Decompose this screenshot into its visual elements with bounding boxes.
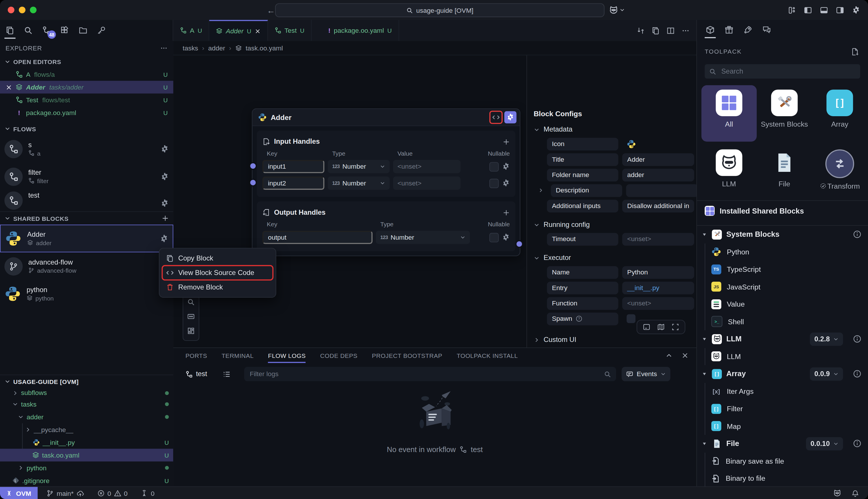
block-llm[interactable]: LLM	[697, 348, 868, 365]
extensions-activity-icon[interactable]	[60, 26, 69, 35]
project-root-header[interactable]: USAGE-GUIDE [OVM]	[0, 375, 173, 388]
group-system-blocks[interactable]: System Blocks	[697, 226, 868, 243]
timeout-value-field[interactable]: <unset>	[622, 233, 694, 245]
shared-blocks-header[interactable]: SHARED BLOCKS	[0, 211, 173, 224]
chevron-right-icon[interactable]	[538, 187, 544, 193]
open-editor-item[interactable]: A flows/a U	[0, 68, 173, 81]
info-icon[interactable]	[853, 370, 861, 378]
additional-inputs-select[interactable]: Disallow additional inp	[622, 199, 694, 212]
flow-item[interactable]: test	[0, 191, 173, 211]
maximize-window-button[interactable]	[30, 7, 37, 13]
filter-logs-input[interactable]	[244, 367, 616, 381]
copy-block-menu-item[interactable]: Copy Block	[162, 251, 273, 266]
array-version-select[interactable]: 0.0.9	[810, 367, 843, 380]
flow-item[interactable]: filter filter	[0, 162, 173, 190]
block-value[interactable]: Value	[697, 295, 868, 313]
shared-block-item-selected[interactable]: Adder adder	[0, 224, 173, 252]
file-version-select[interactable]: 0.0.10	[806, 437, 843, 450]
block-binary-to-file[interactable]: Binary to file	[697, 470, 868, 486]
rewards-gift-icon[interactable]	[724, 25, 734, 35]
open-editor-item[interactable]: Test flows/test U	[0, 94, 173, 106]
output-connection-handle[interactable]	[516, 240, 523, 248]
block-typescript[interactable]: TS TypeScript	[697, 260, 868, 278]
help-question-icon[interactable]	[576, 315, 582, 322]
executor-entry-field[interactable]: __init__.py	[622, 281, 694, 294]
node-settings-gear-button[interactable]	[504, 111, 516, 123]
toolpack-search[interactable]	[705, 64, 860, 78]
block-javascript[interactable]: JS JavaScript	[697, 278, 868, 295]
view-block-source-code-menu-item[interactable]: View Block Source Code	[162, 266, 273, 280]
tab-package[interactable]: ! package.oo.yaml U	[322, 20, 399, 41]
window-controls[interactable]	[0, 7, 41, 13]
close-icon[interactable]	[5, 84, 12, 90]
tab-adder-active[interactable]: Adder U	[209, 20, 268, 41]
add-input-handle-icon[interactable]	[503, 138, 510, 145]
group-file[interactable]: File 0.0.10	[697, 435, 868, 452]
problems-status[interactable]: 0 0	[97, 489, 128, 497]
handle-key-input[interactable]	[262, 231, 373, 244]
executor-function-field[interactable]: <unset>	[622, 297, 694, 309]
block-shell[interactable]: >_ Shell	[697, 313, 868, 330]
adder-node[interactable]: Adder Input Handles	[252, 108, 520, 256]
category-file[interactable]: File	[757, 145, 812, 188]
open-editor-item-active[interactable]: Adder tasks/adder U	[0, 81, 173, 94]
compare-changes-icon[interactable]	[637, 26, 645, 35]
more-actions-icon[interactable]	[681, 26, 690, 35]
handle-key-input[interactable]	[262, 177, 324, 190]
minimap-icon[interactable]	[657, 323, 665, 331]
info-icon[interactable]	[853, 335, 861, 343]
handle-settings-gear-icon[interactable]	[502, 179, 510, 187]
shared-block-item[interactable]: python python	[0, 280, 173, 307]
view-source-code-button[interactable]	[490, 111, 502, 123]
layout-grid-icon[interactable]	[187, 327, 195, 335]
new-toolpack-icon[interactable]	[851, 47, 859, 56]
block-python[interactable]: Python	[697, 243, 868, 260]
maximize-panel-icon[interactable]	[665, 352, 673, 359]
tree-item-gitignore[interactable]: .gitignore U	[0, 474, 173, 486]
llm-version-select[interactable]: 0.2.8	[810, 332, 843, 346]
tree-item-python[interactable]: python	[0, 461, 173, 474]
input2-connection-handle[interactable]	[249, 179, 257, 187]
close-window-button[interactable]	[8, 7, 14, 13]
flow-item[interactable]: s a	[0, 135, 173, 162]
block-settings-gear-icon[interactable]	[160, 234, 168, 243]
custom-ui-group[interactable]: Custom UI	[527, 333, 697, 346]
nullable-checkbox[interactable]	[490, 162, 499, 171]
shared-block-item[interactable]: advanced-flow advanced-flow	[0, 252, 173, 280]
zoom-search-icon[interactable]	[187, 298, 195, 306]
notifications-bell-icon[interactable]	[852, 489, 859, 497]
explorer-activity-icon[interactable]	[5, 26, 14, 35]
console-panel-icon[interactable]	[643, 323, 651, 331]
explorer-more-actions-icon[interactable]	[160, 44, 168, 52]
tab-terminal[interactable]: TERMINAL	[221, 348, 254, 363]
block-filter[interactable]: [ ] Filter	[697, 400, 868, 417]
tab-toolpack-install[interactable]: TOOLPACK INSTALL	[457, 348, 518, 363]
running-config-group[interactable]: Running config	[527, 218, 697, 231]
handle-key-input[interactable]	[262, 160, 324, 173]
block-iter-args[interactable]: [x] Iter Args	[697, 382, 868, 400]
handle-type-select[interactable]: 123Number	[328, 160, 390, 173]
category-array[interactable]: [ ] Array	[812, 85, 867, 129]
account-menu[interactable]	[609, 5, 625, 14]
source-control-activity-icon[interactable]: 48	[42, 26, 51, 35]
handle-type-select[interactable]: 123Number	[376, 231, 470, 244]
git-branch-status[interactable]: main*	[47, 489, 84, 497]
handle-settings-gear-icon[interactable]	[502, 162, 510, 170]
executor-name-field[interactable]: Python	[622, 266, 694, 279]
ports-status[interactable]: 0	[141, 489, 155, 497]
tab-flow-logs[interactable]: FLOW LOGS	[268, 348, 306, 363]
mascot-icon[interactable]	[833, 489, 842, 498]
fit-view-icon[interactable]	[187, 313, 195, 320]
flows-header[interactable]: FLOWS	[0, 122, 173, 135]
flow-settings-gear-icon[interactable]	[161, 199, 169, 207]
remote-indicator[interactable]: OVM	[0, 487, 38, 499]
flow-settings-gear-icon[interactable]	[161, 145, 169, 153]
tab-ports[interactable]: PORTS	[185, 348, 207, 363]
node-header[interactable]: Adder	[253, 109, 520, 126]
copy-file-icon[interactable]	[651, 26, 660, 35]
info-icon[interactable]	[853, 440, 861, 448]
category-transform[interactable]: Transform	[812, 145, 867, 191]
executor-group[interactable]: Executor	[527, 251, 697, 265]
tab-test[interactable]: Test U	[268, 20, 312, 41]
tree-item-adder[interactable]: adder	[0, 411, 173, 423]
